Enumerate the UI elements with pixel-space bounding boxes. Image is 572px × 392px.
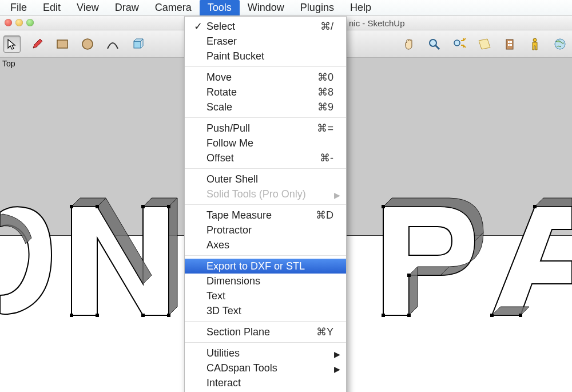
- menu-item-label: Tape Measure: [206, 209, 272, 221]
- close-icon[interactable]: [5, 19, 12, 26]
- menu-item-label: Scale: [206, 101, 232, 113]
- menu-item-section-plane[interactable]: Section Plane⌘Y: [185, 324, 346, 339]
- person-icon: [529, 37, 541, 51]
- pencil-icon: [31, 38, 43, 50]
- menu-help[interactable]: Help: [342, 0, 379, 15]
- person-tool-button[interactable]: [526, 35, 543, 53]
- menu-item-shortcut: ⌘D: [316, 209, 333, 221]
- menu-item-label: 3D Text: [206, 305, 241, 316]
- menu-item-tape-measure[interactable]: Tape Measure⌘D: [185, 208, 346, 223]
- menu-item-label: Utilities: [206, 347, 240, 359]
- menu-view[interactable]: View: [69, 0, 107, 15]
- menu-item-label: Rotate: [206, 86, 237, 98]
- menu-item-text[interactable]: Text: [185, 288, 346, 303]
- menu-item-label: Offset: [206, 152, 234, 164]
- rotate-tool-button[interactable]: [129, 35, 146, 53]
- menu-item-interact[interactable]: Interact: [185, 375, 346, 390]
- menu-item-offset[interactable]: Offset⌘-: [185, 151, 346, 165]
- menu-item-label: Interact: [206, 377, 241, 389]
- building-tool-button[interactable]: [501, 35, 518, 53]
- menu-item-shortcut: ⌘9: [317, 101, 333, 113]
- menu-item-export-to-dxf-or-stl[interactable]: Export to DXF or STL: [185, 259, 346, 274]
- traffic-lights: [5, 19, 34, 26]
- svg-point-5: [454, 40, 460, 46]
- menu-item-scale[interactable]: Scale⌘9: [185, 100, 346, 114]
- menu-tools[interactable]: Tools: [200, 0, 240, 15]
- arc-tool-button[interactable]: [104, 35, 121, 53]
- menu-item-select[interactable]: Select✓⌘/: [185, 19, 346, 34]
- menu-edit[interactable]: Edit: [35, 0, 69, 15]
- minimize-icon[interactable]: [15, 19, 23, 26]
- menu-item-label: Move: [206, 72, 232, 83]
- menu-file[interactable]: File: [2, 0, 35, 15]
- menu-item-outer-shell[interactable]: Outer Shell: [185, 172, 346, 187]
- select-tool-button[interactable]: [3, 35, 21, 53]
- window-title: nic - SketchUp: [349, 18, 405, 28]
- arc-icon: [106, 37, 120, 51]
- svg-rect-0: [57, 40, 67, 48]
- menu-item-dimensions[interactable]: Dimensions: [185, 274, 346, 288]
- menu-item-shortcut: ⌘/: [320, 20, 333, 33]
- svg-rect-10: [510, 44, 512, 46]
- magnifier-icon: [427, 37, 441, 51]
- menu-item-shortcut: ⌘=: [317, 122, 333, 134]
- svg-rect-7: [508, 41, 510, 43]
- menu-item-label: Outer Shell: [206, 173, 258, 185]
- check-icon: ✓: [194, 20, 202, 33]
- menu-item-label: Axes: [206, 239, 229, 251]
- menu-item-shortcut: ⌘0: [317, 71, 333, 84]
- menu-item-utilities[interactable]: Utilities▶: [185, 346, 346, 361]
- svg-point-11: [533, 38, 537, 42]
- menu-separator: [185, 168, 346, 169]
- zoom-extents-tool-button[interactable]: [451, 35, 468, 53]
- menu-separator: [185, 204, 346, 205]
- tools-menu-dropdown: Select✓⌘/EraserPaint BucketMove⌘0Rotate⌘…: [184, 16, 347, 392]
- menubar: File Edit View Draw Camera Tools Window …: [0, 0, 572, 16]
- menu-item-label: Follow Me: [206, 137, 253, 149]
- menu-item-follow-me[interactable]: Follow Me: [185, 136, 346, 151]
- svg-line-4: [435, 45, 439, 49]
- zoom-icon[interactable]: [26, 19, 34, 26]
- globe-tool-button[interactable]: [551, 35, 569, 53]
- menu-item-label: CADspan Tools: [206, 362, 277, 374]
- menu-item-label: Eraser: [206, 35, 237, 47]
- rectangle-tool-button[interactable]: [54, 35, 71, 53]
- submenu-arrow-icon: ▶: [334, 348, 340, 361]
- menu-item-shortcut: ⌘-: [320, 152, 333, 164]
- menu-plugins[interactable]: Plugins: [292, 0, 342, 15]
- menu-item-axes[interactable]: Axes: [185, 237, 346, 252]
- circle-icon: [81, 37, 94, 51]
- menu-item-label: Solid Tools (Pro Only): [206, 188, 306, 200]
- hand-icon: [402, 37, 416, 51]
- menu-item-rotate[interactable]: Rotate⌘8: [185, 85, 346, 100]
- menu-item-shortcut: ⌘8: [317, 86, 333, 98]
- menu-camera[interactable]: Camera: [147, 0, 200, 15]
- circle-tool-button[interactable]: [79, 35, 96, 53]
- menu-separator: [185, 321, 346, 322]
- menu-item-label: Text: [206, 290, 225, 302]
- menu-window[interactable]: Window: [240, 0, 292, 15]
- pan-tool-button[interactable]: [400, 35, 418, 53]
- orbit-tool-button[interactable]: [476, 35, 493, 53]
- globe-icon: [553, 37, 567, 51]
- menu-item-3d-text[interactable]: 3D Text: [185, 303, 346, 318]
- paper-icon: [477, 37, 492, 51]
- menu-item-label: Push/Pull: [206, 122, 250, 134]
- menu-item-protractor[interactable]: Protractor: [185, 223, 346, 237]
- menu-separator: [185, 342, 346, 343]
- submenu-arrow-icon: ▶: [334, 363, 340, 375]
- svg-point-12: [555, 39, 565, 49]
- menu-item-eraser[interactable]: Eraser: [185, 34, 346, 49]
- menu-item-label: Select: [206, 21, 235, 32]
- zoom-tool-button[interactable]: [426, 35, 443, 53]
- menu-item-push-pull[interactable]: Push/Pull⌘=: [185, 121, 346, 136]
- building-icon: [503, 37, 517, 51]
- svg-rect-8: [510, 41, 512, 43]
- menu-separator: [185, 255, 346, 256]
- menu-item-label: Protractor: [206, 224, 252, 236]
- menu-draw[interactable]: Draw: [107, 0, 147, 15]
- menu-item-move[interactable]: Move⌘0: [185, 70, 346, 85]
- pencil-tool-button[interactable]: [29, 35, 46, 53]
- menu-item-cadspan-tools[interactable]: CADspan Tools▶: [185, 361, 346, 375]
- menu-item-paint-bucket[interactable]: Paint Bucket: [185, 49, 346, 64]
